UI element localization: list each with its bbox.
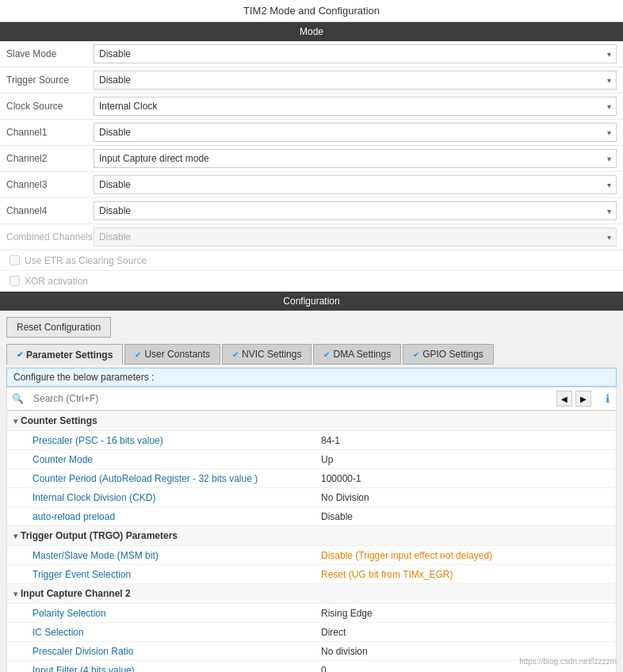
param-row: IC SelectionDirect bbox=[7, 623, 616, 642]
search-next-button[interactable]: ▶ bbox=[575, 391, 591, 407]
field-label: Channel2 bbox=[6, 153, 94, 164]
tab-dma-settings[interactable]: ✔DMA Settings bbox=[313, 344, 401, 365]
param-row: Trigger Event SelectionReset (UG bit fro… bbox=[7, 565, 616, 584]
tab-icon: ✔ bbox=[232, 350, 239, 359]
mode-section-header: Mode bbox=[0, 22, 623, 41]
field-label: Combined Channels bbox=[6, 231, 94, 242]
param-value: No Division bbox=[321, 492, 610, 503]
field-select[interactable]: Disable▾ bbox=[94, 71, 617, 90]
search-prev-button[interactable]: ◀ bbox=[556, 391, 572, 407]
field-label: Clock Source bbox=[6, 101, 94, 112]
checkbox-label: XOR activation bbox=[25, 276, 88, 287]
param-row: auto-reload preloadDisable bbox=[7, 507, 616, 526]
checkbox-input[interactable] bbox=[10, 255, 20, 265]
param-name: Prescaler (PSC - 16 bits value) bbox=[32, 435, 321, 446]
param-row: Counter Period (AutoReload Register - 32… bbox=[7, 469, 616, 488]
param-name: Input Filter (4 bits value) bbox=[32, 665, 321, 673]
param-row: Counter ModeUp bbox=[7, 450, 616, 469]
collapse-arrow: ▾ bbox=[13, 590, 17, 598]
config-section-header: Configuration bbox=[0, 292, 623, 311]
group-header[interactable]: ▾Counter Settings bbox=[7, 411, 616, 431]
param-name: auto-reload preload bbox=[32, 511, 321, 522]
search-icon: 🔍 bbox=[7, 393, 29, 404]
mode-field-row: Channel1Disable▾ bbox=[0, 120, 623, 146]
tab-icon: ✔ bbox=[17, 350, 23, 359]
param-name: Prescaler Division Ratio bbox=[32, 646, 321, 657]
collapse-arrow: ▾ bbox=[13, 417, 17, 426]
field-label: Channel3 bbox=[6, 179, 94, 190]
group-name: Trigger Output (TRGO) Parameters bbox=[21, 530, 178, 541]
mode-field-row: Channel4Disable▾ bbox=[0, 198, 623, 224]
group-header[interactable]: ▾Trigger Output (TRGO) Parameters bbox=[7, 526, 616, 546]
field-label: Channel1 bbox=[6, 127, 94, 138]
param-value: Up bbox=[321, 454, 610, 465]
param-value: Disable (Trigger input effect not delaye… bbox=[321, 550, 610, 561]
param-value: 100000-1 bbox=[321, 473, 610, 484]
collapse-arrow: ▾ bbox=[13, 532, 17, 540]
param-value: 84-1 bbox=[321, 435, 610, 446]
field-select[interactable]: Disable▾ bbox=[94, 44, 617, 63]
param-name: IC Selection bbox=[32, 627, 321, 638]
configure-bar: Configure the below parameters : bbox=[6, 368, 617, 387]
watermark: https://blog.csdn.net/lzzzzm bbox=[519, 657, 617, 666]
tab-gpio-settings[interactable]: ✔GPIO Settings bbox=[403, 344, 494, 365]
tab-label: DMA Settings bbox=[333, 349, 391, 360]
mode-field-row: Clock SourceInternal Clock▾ bbox=[0, 94, 623, 120]
checkbox-row[interactable]: Use ETR as Clearing Source bbox=[0, 250, 623, 271]
field-select[interactable]: Disable▾ bbox=[94, 201, 617, 220]
param-row: Polarity SelectionRising Edge bbox=[7, 604, 616, 623]
tab-user-constants[interactable]: ✔User Constants bbox=[124, 344, 220, 365]
param-name: Counter Period (AutoReload Register - 32… bbox=[32, 473, 321, 484]
group-header[interactable]: ▾Input Capture Channel 2 bbox=[7, 584, 616, 604]
mode-field-row: Channel3Disable▾ bbox=[0, 172, 623, 198]
param-name: Master/Slave Mode (MSM bit) bbox=[32, 550, 321, 561]
tab-icon: ✔ bbox=[323, 350, 330, 359]
tab-label: NVIC Settings bbox=[242, 349, 301, 360]
info-icon: ℹ bbox=[599, 392, 616, 405]
param-row: Prescaler (PSC - 16 bits value)84-1 bbox=[7, 431, 616, 450]
param-row: Master/Slave Mode (MSM bit)Disable (Trig… bbox=[7, 546, 616, 565]
field-label: Trigger Source bbox=[6, 74, 94, 86]
tab-icon: ✔ bbox=[413, 350, 419, 359]
field-select[interactable]: Disable▾ bbox=[94, 175, 617, 194]
checkbox-row[interactable]: XOR activation bbox=[0, 271, 623, 292]
param-name: Internal Clock Division (CKD) bbox=[32, 492, 321, 503]
field-select[interactable]: Input Capture direct mode▾ bbox=[94, 149, 617, 168]
mode-field-row: Combined ChannelsDisable▾ bbox=[0, 224, 623, 250]
param-value: Direct bbox=[321, 627, 610, 638]
tab-label: GPIO Settings bbox=[422, 349, 483, 360]
field-label: Channel4 bbox=[6, 205, 94, 216]
field-select[interactable]: Disable▾ bbox=[94, 227, 617, 246]
search-input[interactable] bbox=[33, 393, 548, 404]
reset-configuration-button[interactable]: Reset Configuration bbox=[6, 317, 111, 338]
param-name: Polarity Selection bbox=[32, 608, 321, 619]
field-select[interactable]: Internal Clock▾ bbox=[94, 97, 617, 116]
mode-field-row: Slave ModeDisable▾ bbox=[0, 41, 623, 67]
checkbox-input[interactable] bbox=[10, 276, 20, 286]
tab-label: Parameter Settings bbox=[26, 349, 113, 361]
field-label: Slave Mode bbox=[6, 48, 94, 59]
tab-parameter-settings[interactable]: ✔Parameter Settings bbox=[6, 344, 123, 365]
param-value: Rising Edge bbox=[321, 608, 610, 619]
mode-field-row: Channel2Input Capture direct mode▾ bbox=[0, 146, 623, 172]
param-value: Reset (UG bit from TIMx_EGR) bbox=[321, 569, 610, 580]
checkbox-label: Use ETR as Clearing Source bbox=[25, 255, 147, 266]
param-value: No division bbox=[321, 646, 610, 657]
param-name: Counter Mode bbox=[32, 454, 321, 465]
search-row: 🔍 ◀ ▶ ℹ bbox=[6, 387, 617, 410]
mode-field-row: Trigger SourceDisable▾ bbox=[0, 67, 623, 94]
tab-label: User Constants bbox=[144, 349, 210, 360]
group-name: Counter Settings bbox=[21, 415, 97, 426]
param-row: Internal Clock Division (CKD)No Division bbox=[7, 488, 616, 507]
tab-icon: ✔ bbox=[135, 350, 141, 359]
param-name: Trigger Event Selection bbox=[32, 569, 321, 580]
param-value: Disable bbox=[321, 511, 610, 522]
window-title: TIM2 Mode and Configuration bbox=[0, 0, 623, 22]
tab-nvic-settings[interactable]: ✔NVIC Settings bbox=[222, 344, 312, 365]
group-name: Input Capture Channel 2 bbox=[21, 588, 131, 599]
field-select[interactable]: Disable▾ bbox=[94, 123, 617, 142]
